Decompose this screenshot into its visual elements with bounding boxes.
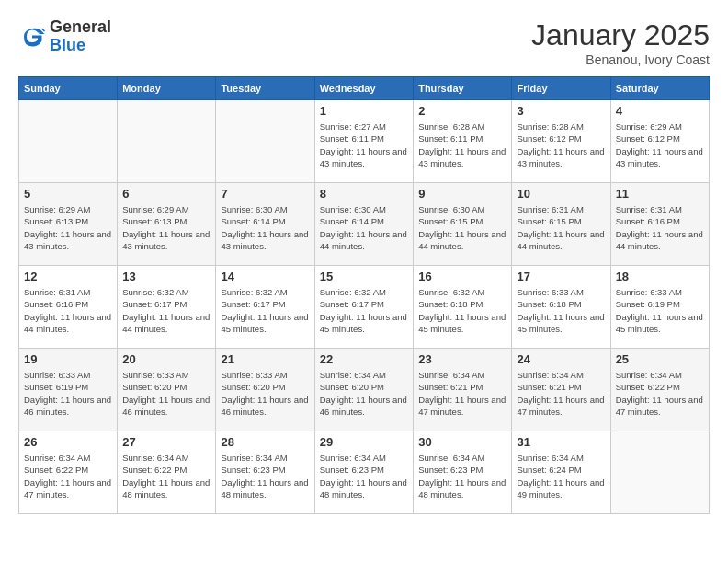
calendar-cell: 8Sunrise: 6:30 AMSunset: 6:14 PMDaylight… bbox=[314, 183, 413, 266]
calendar-cell: 6Sunrise: 6:29 AMSunset: 6:13 PMDaylight… bbox=[118, 183, 216, 266]
logo-general: General bbox=[50, 17, 111, 36]
weekday-header-tuesday: Tuesday bbox=[216, 77, 314, 100]
calendar-cell: 20Sunrise: 6:33 AMSunset: 6:20 PMDayligh… bbox=[118, 349, 216, 431]
day-info: Sunrise: 6:33 AMSunset: 6:20 PMDaylight:… bbox=[122, 369, 210, 418]
day-number: 28 bbox=[221, 435, 309, 449]
calendar-cell: 23Sunrise: 6:34 AMSunset: 6:21 PMDayligh… bbox=[414, 349, 512, 431]
day-number: 27 bbox=[122, 435, 210, 449]
day-info: Sunrise: 6:34 AMSunset: 6:23 PMDaylight:… bbox=[221, 452, 309, 500]
day-info: Sunrise: 6:31 AMSunset: 6:15 PMDaylight:… bbox=[517, 203, 605, 252]
calendar-table: SundayMondayTuesdayWednesdayThursdayFrid… bbox=[18, 76, 710, 514]
title-section: January 2025 Benanou, Ivory Coast bbox=[531, 18, 710, 67]
day-info: Sunrise: 6:32 AMSunset: 6:18 PMDaylight:… bbox=[418, 286, 506, 335]
day-number: 22 bbox=[320, 352, 408, 366]
calendar-cell: 5Sunrise: 6:29 AMSunset: 6:13 PMDaylight… bbox=[19, 183, 118, 266]
calendar-cell: 13Sunrise: 6:32 AMSunset: 6:17 PMDayligh… bbox=[118, 266, 216, 349]
day-number: 5 bbox=[24, 187, 112, 201]
day-info: Sunrise: 6:32 AMSunset: 6:17 PMDaylight:… bbox=[221, 286, 309, 335]
calendar-cell: 19Sunrise: 6:33 AMSunset: 6:19 PMDayligh… bbox=[19, 349, 118, 431]
day-info: Sunrise: 6:31 AMSunset: 6:16 PMDaylight:… bbox=[616, 203, 704, 252]
logo: General Blue bbox=[18, 18, 111, 55]
calendar-cell: 22Sunrise: 6:34 AMSunset: 6:20 PMDayligh… bbox=[314, 349, 413, 431]
calendar-cell: 30Sunrise: 6:34 AMSunset: 6:23 PMDayligh… bbox=[414, 431, 512, 514]
day-info: Sunrise: 6:33 AMSunset: 6:19 PMDaylight:… bbox=[24, 369, 112, 418]
day-info: Sunrise: 6:29 AMSunset: 6:12 PMDaylight:… bbox=[616, 121, 704, 169]
weekday-header-saturday: Saturday bbox=[610, 77, 709, 100]
day-number: 13 bbox=[122, 270, 210, 283]
day-info: Sunrise: 6:34 AMSunset: 6:21 PMDaylight:… bbox=[418, 369, 506, 418]
day-number: 31 bbox=[517, 435, 605, 449]
day-info: Sunrise: 6:30 AMSunset: 6:14 PMDaylight:… bbox=[221, 203, 309, 252]
calendar-cell: 3Sunrise: 6:28 AMSunset: 6:12 PMDaylight… bbox=[512, 100, 610, 183]
calendar-cell bbox=[118, 100, 216, 183]
weekday-header-sunday: Sunday bbox=[19, 77, 118, 100]
day-number: 25 bbox=[616, 352, 704, 366]
calendar-cell: 7Sunrise: 6:30 AMSunset: 6:14 PMDaylight… bbox=[216, 183, 314, 266]
day-number: 2 bbox=[418, 104, 506, 118]
day-number: 18 bbox=[616, 270, 704, 283]
calendar-week-3: 12Sunrise: 6:31 AMSunset: 6:16 PMDayligh… bbox=[19, 266, 710, 349]
logo-text: General Blue bbox=[50, 18, 111, 55]
weekday-header-monday: Monday bbox=[118, 77, 216, 100]
day-info: Sunrise: 6:30 AMSunset: 6:14 PMDaylight:… bbox=[320, 203, 408, 252]
day-info: Sunrise: 6:34 AMSunset: 6:24 PMDaylight:… bbox=[517, 452, 605, 500]
calendar-cell bbox=[610, 431, 709, 514]
day-info: Sunrise: 6:31 AMSunset: 6:16 PMDaylight:… bbox=[24, 286, 112, 335]
calendar-cell: 27Sunrise: 6:34 AMSunset: 6:22 PMDayligh… bbox=[118, 431, 216, 514]
calendar-cell: 26Sunrise: 6:34 AMSunset: 6:22 PMDayligh… bbox=[19, 431, 118, 514]
calendar-cell: 16Sunrise: 6:32 AMSunset: 6:18 PMDayligh… bbox=[414, 266, 512, 349]
logo-blue: Blue bbox=[50, 36, 85, 54]
calendar-cell: 1Sunrise: 6:27 AMSunset: 6:11 PMDaylight… bbox=[314, 100, 413, 183]
month-title: January 2025 bbox=[531, 18, 710, 52]
day-number: 29 bbox=[320, 435, 408, 449]
calendar-cell: 31Sunrise: 6:34 AMSunset: 6:24 PMDayligh… bbox=[512, 431, 610, 514]
day-number: 6 bbox=[122, 187, 210, 201]
day-number: 8 bbox=[320, 187, 408, 201]
day-number: 10 bbox=[517, 187, 605, 201]
day-number: 7 bbox=[221, 187, 309, 201]
calendar-cell: 29Sunrise: 6:34 AMSunset: 6:23 PMDayligh… bbox=[314, 431, 413, 514]
day-info: Sunrise: 6:30 AMSunset: 6:15 PMDaylight:… bbox=[418, 203, 506, 252]
day-number: 20 bbox=[122, 352, 210, 366]
calendar-week-5: 26Sunrise: 6:34 AMSunset: 6:22 PMDayligh… bbox=[19, 431, 710, 514]
day-number: 14 bbox=[221, 270, 309, 283]
day-info: Sunrise: 6:28 AMSunset: 6:11 PMDaylight:… bbox=[418, 121, 506, 169]
day-number: 4 bbox=[616, 104, 704, 118]
calendar-week-1: 1Sunrise: 6:27 AMSunset: 6:11 PMDaylight… bbox=[19, 100, 710, 183]
day-number: 12 bbox=[24, 270, 112, 283]
day-info: Sunrise: 6:34 AMSunset: 6:22 PMDaylight:… bbox=[122, 452, 210, 500]
day-info: Sunrise: 6:34 AMSunset: 6:22 PMDaylight:… bbox=[24, 452, 112, 500]
weekday-header-friday: Friday bbox=[512, 77, 610, 100]
day-number: 15 bbox=[320, 270, 408, 283]
day-info: Sunrise: 6:32 AMSunset: 6:17 PMDaylight:… bbox=[122, 286, 210, 335]
day-number: 3 bbox=[517, 104, 605, 118]
day-number: 30 bbox=[418, 435, 506, 449]
day-info: Sunrise: 6:29 AMSunset: 6:13 PMDaylight:… bbox=[24, 203, 112, 252]
day-number: 11 bbox=[616, 187, 704, 201]
day-info: Sunrise: 6:34 AMSunset: 6:23 PMDaylight:… bbox=[320, 452, 408, 500]
day-info: Sunrise: 6:29 AMSunset: 6:13 PMDaylight:… bbox=[122, 203, 210, 252]
calendar-cell: 25Sunrise: 6:34 AMSunset: 6:22 PMDayligh… bbox=[610, 349, 709, 431]
day-info: Sunrise: 6:34 AMSunset: 6:22 PMDaylight:… bbox=[616, 369, 704, 418]
day-number: 26 bbox=[24, 435, 112, 449]
day-number: 19 bbox=[24, 352, 112, 366]
day-number: 23 bbox=[418, 352, 506, 366]
calendar-cell: 11Sunrise: 6:31 AMSunset: 6:16 PMDayligh… bbox=[610, 183, 709, 266]
calendar-cell: 15Sunrise: 6:32 AMSunset: 6:17 PMDayligh… bbox=[314, 266, 413, 349]
day-info: Sunrise: 6:28 AMSunset: 6:12 PMDaylight:… bbox=[517, 121, 605, 169]
calendar-cell: 4Sunrise: 6:29 AMSunset: 6:12 PMDaylight… bbox=[610, 100, 709, 183]
calendar-cell: 21Sunrise: 6:33 AMSunset: 6:20 PMDayligh… bbox=[216, 349, 314, 431]
calendar-cell bbox=[19, 100, 118, 183]
calendar-cell: 14Sunrise: 6:32 AMSunset: 6:17 PMDayligh… bbox=[216, 266, 314, 349]
weekday-header-thursday: Thursday bbox=[414, 77, 512, 100]
day-info: Sunrise: 6:34 AMSunset: 6:20 PMDaylight:… bbox=[320, 369, 408, 418]
logo-icon bbox=[18, 23, 46, 51]
calendar-cell: 18Sunrise: 6:33 AMSunset: 6:19 PMDayligh… bbox=[610, 266, 709, 349]
page-header: General Blue January 2025 Benanou, Ivory… bbox=[18, 18, 710, 67]
day-info: Sunrise: 6:33 AMSunset: 6:18 PMDaylight:… bbox=[517, 286, 605, 335]
calendar-week-2: 5Sunrise: 6:29 AMSunset: 6:13 PMDaylight… bbox=[19, 183, 710, 266]
day-number: 16 bbox=[418, 270, 506, 283]
day-info: Sunrise: 6:32 AMSunset: 6:17 PMDaylight:… bbox=[320, 286, 408, 335]
day-info: Sunrise: 6:33 AMSunset: 6:20 PMDaylight:… bbox=[221, 369, 309, 418]
location-subtitle: Benanou, Ivory Coast bbox=[531, 52, 710, 67]
